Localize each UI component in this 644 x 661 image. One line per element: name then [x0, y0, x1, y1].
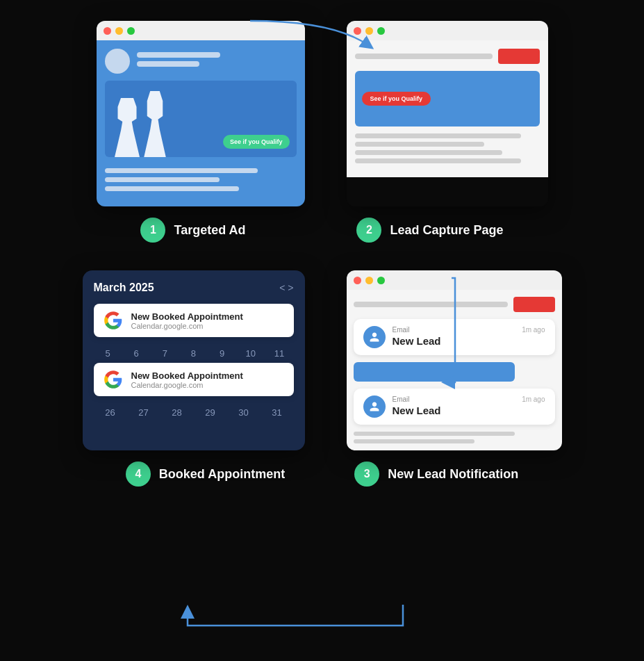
- cal-day-6: 6: [126, 348, 147, 359]
- ad-bottom-line-3: [105, 186, 239, 191]
- qualify-button-ad[interactable]: See if you Qualify: [223, 135, 290, 149]
- gcal-title-1: New Booked Appointment: [131, 311, 243, 322]
- notif-blue-strip: [354, 362, 515, 382]
- gcal-title-2: New Booked Appointment: [131, 370, 243, 381]
- qualify-button-lc[interactable]: See if you Qualify: [362, 92, 431, 106]
- cal-day-31: 31: [267, 407, 288, 418]
- ad-line-1: [137, 52, 220, 58]
- step-3-circle: 3: [354, 462, 379, 487]
- lc-line-1: [355, 133, 521, 138]
- step-1-circle: 1: [140, 218, 165, 243]
- cal-day-9: 9: [212, 348, 233, 359]
- google-g-icon-1: [104, 311, 123, 330]
- ad-line-2: [137, 61, 199, 67]
- lc-lines-group: [355, 133, 540, 163]
- dot-yellow: [115, 27, 123, 35]
- lc-red-button: [498, 49, 540, 64]
- notif-browser-body: Email New Lead 1m ago Email New: [347, 290, 562, 450]
- step-labels-bottom: 4 Booked Appointment 3 New Lead Notifica…: [0, 462, 644, 487]
- dot-red: [104, 27, 111, 35]
- lc-top-row: [355, 49, 540, 64]
- silhouette-group: [112, 91, 171, 157]
- step-2-circle: 2: [356, 218, 381, 243]
- gcal-text-2: New Booked Appointment Calendar.google.c…: [131, 370, 243, 389]
- notification-card-2: Email New Lead 1m ago: [354, 389, 555, 425]
- dot-red-2: [354, 27, 361, 35]
- notif-title-2: New Lead: [393, 405, 545, 416]
- ad-bottom-lines: [105, 164, 297, 198]
- step-1-label: 1 Targeted Ad: [140, 218, 245, 243]
- ad-header-row: [105, 49, 297, 74]
- step-2-text: Lead Capture Page: [390, 223, 503, 238]
- gcal-sub-1: Calendar.google.com: [131, 322, 243, 330]
- cal-day-26: 26: [100, 407, 121, 418]
- silhouette-female: [112, 98, 143, 157]
- notif-red-button: [513, 297, 555, 312]
- cal-day-28: 28: [167, 407, 188, 418]
- notif-time-2: 1m ago: [522, 395, 545, 403]
- notification-card-1: Email New Lead 1m ago: [354, 319, 555, 355]
- step-4-circle: 4: [126, 462, 151, 487]
- lc-line-2: [355, 142, 484, 147]
- dot-green-3: [377, 277, 385, 284]
- cal-day-29: 29: [200, 407, 221, 418]
- lead-capture-window: See if you Qualify: [347, 21, 548, 206]
- step-2-label: 2 Lead Capture Page: [356, 218, 503, 243]
- step-3-text: New Lead Notification: [388, 467, 518, 482]
- lc-titlebar: [347, 21, 548, 40]
- silhouette-male: [140, 91, 171, 157]
- person-icon-1: [369, 332, 380, 343]
- step-4-label: 4 Booked Appointment: [126, 462, 285, 487]
- lc-body: See if you Qualify: [347, 40, 548, 177]
- notif-title-1: New Lead: [393, 335, 545, 347]
- cal-day-5: 5: [97, 348, 118, 359]
- person-icon-2: [369, 401, 380, 412]
- gcal-card-1: New Booked Appointment Calendar.google.c…: [94, 304, 294, 337]
- cal-day-8: 8: [183, 348, 204, 359]
- bottom-row: March 2025 < > New Booked Appointment Ca…: [0, 270, 644, 450]
- notif-icon-1: [363, 326, 386, 348]
- calendar-header: March 2025 < >: [94, 281, 294, 294]
- lc-bar-1: [355, 54, 493, 59]
- step-labels-top: 1 Targeted Ad 2 Lead Capture Page: [0, 218, 644, 243]
- calendar-window: March 2025 < > New Booked Appointment Ca…: [83, 270, 305, 450]
- lc-line-3: [355, 150, 503, 155]
- calendar-row-1: 5 6 7 8 9 10 11: [94, 344, 294, 363]
- notif-bar-1: [354, 302, 508, 307]
- cal-day-7: 7: [154, 348, 175, 359]
- calendar-row-2: 26 27 28 29 30 31: [94, 403, 294, 422]
- ad-header-lines: [137, 52, 297, 70]
- targeted-ad-window: See if you Qualify: [97, 21, 305, 206]
- ad-bottom-line-2: [105, 177, 220, 182]
- notif-icon-2: [363, 395, 386, 418]
- ad-bottom-line-1: [105, 168, 258, 173]
- calendar-nav[interactable]: < >: [279, 282, 293, 293]
- ad-image-area: See if you Qualify: [105, 81, 297, 157]
- lc-blue-block: See if you Qualify: [355, 71, 540, 127]
- lc-line-4: [355, 158, 521, 163]
- notif-placeholder-line-1: [354, 432, 515, 436]
- dot-red-3: [354, 277, 361, 284]
- dot-green-2: [377, 27, 385, 35]
- notif-time-1: 1m ago: [522, 326, 545, 334]
- cal-day-27: 27: [133, 407, 154, 418]
- notification-window: Email New Lead 1m ago Email New: [347, 270, 562, 450]
- cal-day-10: 10: [240, 348, 261, 359]
- dot-green: [127, 27, 135, 35]
- ad-titlebar: [97, 21, 305, 40]
- gcal-sub-2: Calendar.google.com: [131, 381, 243, 389]
- step-4-text: Booked Appointment: [159, 467, 285, 482]
- gcal-card-2: New Booked Appointment Calendar.google.c…: [94, 363, 294, 396]
- arrow-3-to-4: [139, 591, 452, 639]
- ad-body: See if you Qualify: [97, 40, 305, 206]
- gcal-text-1: New Booked Appointment Calendar.google.c…: [131, 311, 243, 330]
- notif-top-row: [354, 297, 555, 312]
- google-g-icon-2: [104, 370, 123, 389]
- ad-avatar: [105, 49, 130, 74]
- cal-day-11: 11: [269, 348, 290, 359]
- main-container: See if you Qualify: [0, 0, 644, 661]
- calendar-month: March 2025: [94, 281, 154, 294]
- notif-placeholder-line-2: [354, 439, 474, 443]
- top-row: See if you Qualify: [0, 21, 644, 206]
- step-3-label: 3 New Lead Notification: [354, 462, 518, 487]
